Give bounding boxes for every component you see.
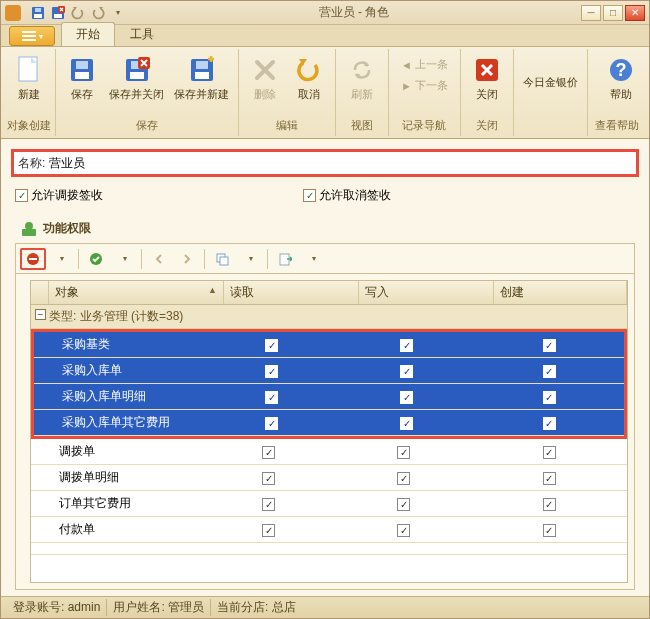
cell-write[interactable]: ✓ [339,364,474,378]
cell-read[interactable]: ✓ [204,364,339,378]
cell-create[interactable]: ✓ [471,471,627,485]
table-row[interactable]: 付款单✓✓✓ [31,517,627,543]
cell-write[interactable]: ✓ [339,390,474,404]
cell-create[interactable]: ✓ [474,390,624,404]
cell-create[interactable]: ✓ [474,416,624,430]
cell-object: 付款单 [31,521,201,538]
permissions-panel: ▾ ▾ ▾ ▾ 对象▲ 读取 [15,243,635,590]
ribbon-group-help: ? 帮助 查看帮助 [588,49,647,136]
nav-next-button[interactable] [174,248,200,270]
minimize-button[interactable]: ─ [581,5,601,21]
svg-rect-11 [130,72,144,79]
cell-write[interactable]: ✓ [336,445,471,459]
status-bar: 登录账号: admin 用户姓名: 管理员 当前分店: 总店 [1,596,649,618]
col-create[interactable]: 创建 [494,281,627,304]
table-row[interactable]: 采购入库单其它费用✓✓✓ [34,410,624,436]
cell-write[interactable]: ✓ [339,338,474,352]
allow-all-button[interactable] [83,248,109,270]
deny-all-button[interactable] [20,248,46,270]
cell-write[interactable]: ✓ [336,471,471,485]
cell-create[interactable]: ✓ [471,497,627,511]
export-dropdown[interactable]: ▾ [300,248,326,270]
cell-write[interactable]: ✓ [336,497,471,511]
table-row[interactable]: 采购入库单明细✓✓✓ [34,384,624,410]
cancel-button[interactable]: 取消 [287,51,331,104]
cell-write[interactable]: ✓ [336,523,471,537]
col-object[interactable]: 对象▲ [49,281,224,304]
gold-price-button[interactable]: 今日金银价 [518,51,583,92]
qat-dropdown-icon[interactable]: ▾ [109,4,127,22]
cell-write[interactable]: ✓ [339,416,474,430]
file-menu-button[interactable]: ▾ [9,26,55,46]
save-button[interactable]: 保存 [60,51,104,104]
tab-tools[interactable]: 工具 [115,22,169,46]
table-row[interactable]: 调拨单明细✓✓✓ [31,465,627,491]
checkbox-icon: ✓ [303,189,316,202]
qat-save-icon[interactable] [29,4,47,22]
copy-button[interactable] [209,248,235,270]
grid-group-row[interactable]: − 类型: 业务管理 (计数=38) [31,305,627,329]
cell-read[interactable]: ✓ [201,445,336,459]
prev-record-button: ◄上一条 [397,55,452,74]
cell-object: 订单其它费用 [31,495,201,512]
table-row[interactable]: 订单其它费用✓✓✓ [31,491,627,517]
save-close-button[interactable]: 保存并关闭 [104,51,169,104]
deny-all-dropdown[interactable]: ▾ [48,248,74,270]
ribbon-group-create: 新建 对象创建 [3,49,56,136]
content-area: 名称: ✓允许调拨签收 ✓允许取消签收 功能权限 ▾ ▾ ▾ [1,139,649,596]
permissions-toolbar: ▾ ▾ ▾ ▾ [16,244,634,274]
new-button[interactable]: 新建 [7,51,51,104]
close-window-button[interactable]: ✕ [625,5,645,21]
allow-transfer-checkbox[interactable]: ✓允许调拨签收 [15,187,103,204]
close-button[interactable]: 关闭 [465,51,509,104]
cell-create[interactable]: ✓ [471,445,627,459]
cell-read[interactable]: ✓ [201,523,336,537]
selection-highlight: 采购基类✓✓✓采购入库单✓✓✓采购入库单明细✓✓✓采购入库单其它费用✓✓✓ [31,329,627,439]
allow-all-dropdown[interactable]: ▾ [111,248,137,270]
cell-create[interactable]: ✓ [474,364,624,378]
cell-read[interactable]: ✓ [204,416,339,430]
qat-saveclose-icon[interactable] [49,4,67,22]
table-row[interactable] [31,543,627,555]
cell-create[interactable]: ✓ [474,338,624,352]
nav-prev-button[interactable] [146,248,172,270]
window-title: 营业员 - 角色 [127,4,581,21]
tab-start[interactable]: 开始 [61,22,115,46]
permissions-grid-wrap: 对象▲ 读取 写入 创建 − 类型: 业务管理 (计数=38) 采购基类✓✓✓采… [16,274,634,589]
qat-redo-icon[interactable] [89,4,107,22]
svg-rect-16 [196,61,208,69]
allow-cancel-checkbox[interactable]: ✓允许取消签收 [303,187,391,204]
ribbon-group-close: 关闭 关闭 [461,49,514,136]
table-row[interactable]: 采购基类✓✓✓ [34,332,624,358]
cell-object: 采购入库单 [34,362,204,379]
name-field-highlight: 名称: [11,149,639,177]
save-new-button[interactable]: 保存并新建 [169,51,234,104]
col-read[interactable]: 读取 [224,281,359,304]
grid-body[interactable]: − 类型: 业务管理 (计数=38) 采购基类✓✓✓采购入库单✓✓✓采购入库单明… [31,305,627,582]
cell-read[interactable]: ✓ [201,471,336,485]
ribbon-group-save: 保存 保存并关闭 保存并新建 保存 [56,49,239,136]
qat-undo-icon[interactable] [69,4,87,22]
copy-dropdown[interactable]: ▾ [237,248,263,270]
cell-create[interactable]: ✓ [471,523,627,537]
collapse-icon[interactable]: − [35,309,46,320]
svg-rect-4 [54,14,62,18]
save-icon [66,54,98,86]
prev-icon: ◄ [401,59,412,71]
name-input[interactable] [45,154,632,172]
maximize-button[interactable]: □ [603,5,623,21]
export-button[interactable] [272,248,298,270]
svg-point-21 [25,222,33,230]
col-write[interactable]: 写入 [359,281,494,304]
cell-object: 采购入库单其它费用 [34,414,204,431]
svg-rect-15 [195,72,209,79]
table-row[interactable]: 调拨单✓✓✓ [31,439,627,465]
cell-read[interactable]: ✓ [201,497,336,511]
delete-icon [249,54,281,86]
refresh-button: 刷新 [340,51,384,104]
close-icon [471,54,503,86]
cell-read[interactable]: ✓ [204,338,339,352]
table-row[interactable]: 采购入库单✓✓✓ [34,358,624,384]
help-button[interactable]: ? 帮助 [599,51,643,104]
cell-read[interactable]: ✓ [204,390,339,404]
